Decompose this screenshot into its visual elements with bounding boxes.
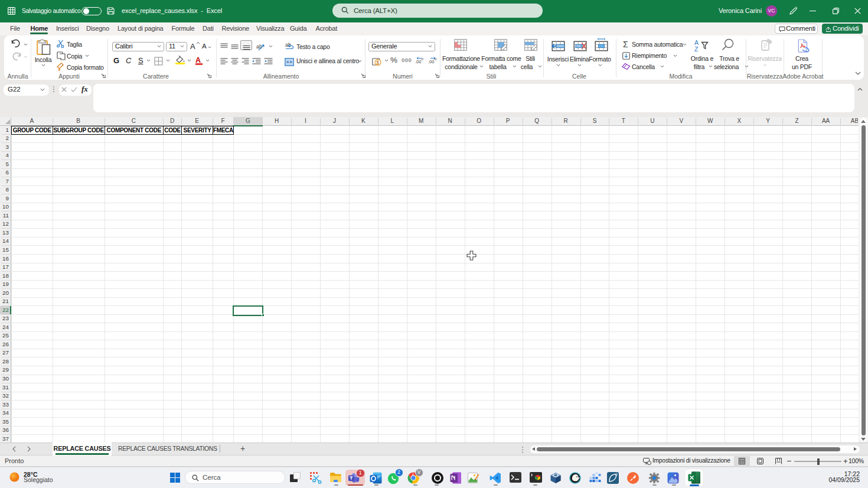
svg-text:$: $ — [376, 59, 379, 65]
svg-text:Z: Z — [694, 45, 699, 52]
svg-text:A: A — [694, 39, 699, 46]
svg-text:ab: ab — [256, 44, 262, 50]
svg-text:ab: ab — [285, 42, 291, 48]
